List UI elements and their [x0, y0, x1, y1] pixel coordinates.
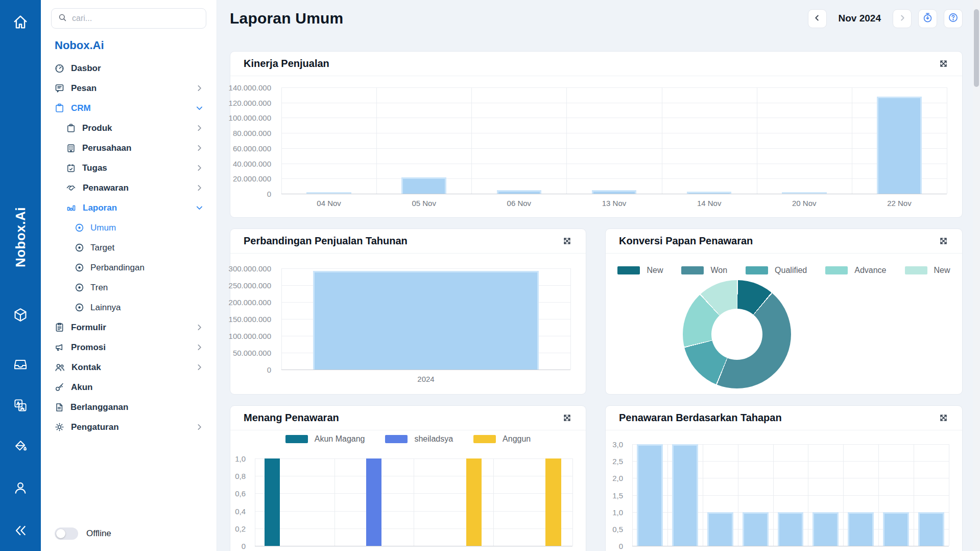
- collapse-sidebar-icon[interactable]: [12, 522, 29, 539]
- legend-item[interactable]: Anggun: [473, 434, 531, 444]
- expand-icon[interactable]: [561, 411, 573, 424]
- chevron-right-icon: [195, 124, 204, 132]
- sidebar-item-label: Formulir: [71, 323, 189, 333]
- sidebar-item-label: Umum: [90, 223, 204, 233]
- y-tick-label: 0,8: [235, 472, 246, 480]
- sidebar-item-produk[interactable]: Produk: [41, 118, 217, 138]
- legend-item[interactable]: Akun Magang: [285, 434, 365, 444]
- expand-icon[interactable]: [937, 411, 950, 424]
- sidebar-item-label: Akun: [71, 382, 204, 393]
- y-tick-label: 3,0: [612, 440, 623, 449]
- legend-label: Advance: [854, 266, 886, 275]
- sidebar-item-pesan[interactable]: Pesan: [41, 78, 217, 98]
- card-menang-penawaran: Menang Penawaran Akun MagangsheiladsyaAn…: [230, 405, 586, 551]
- x-tick-label: 22 Nov: [887, 199, 912, 208]
- legend-item[interactable]: New: [617, 266, 663, 275]
- next-period-button[interactable]: [893, 9, 912, 28]
- y-tick-label: 0,2: [235, 524, 246, 533]
- sidebar-item-penawaran[interactable]: Penawaran: [41, 178, 217, 198]
- bar: [687, 192, 731, 194]
- legend-item[interactable]: New: [905, 266, 950, 275]
- period-label: Nov 2024: [833, 13, 886, 24]
- kinerja-penjualan-chart: 140.000.000120.000.000100.000.00080.000.…: [236, 87, 947, 194]
- sidebar-item-perbandingan[interactable]: Perbandingan: [41, 258, 217, 278]
- sidebar-item-crm[interactable]: CRM: [41, 98, 217, 118]
- box-icon[interactable]: [12, 307, 29, 323]
- sidebar-item-umum[interactable]: Umum: [41, 218, 217, 238]
- offline-label: Offline: [86, 529, 111, 539]
- perbandingan-tahunan-chart: 300.000.000250.000.000200.000.000150.000…: [236, 268, 570, 370]
- sidebar-item-label: Pesan: [71, 83, 189, 94]
- timer-icon: [922, 12, 933, 25]
- sidebar-item-tugas[interactable]: Tugas: [41, 158, 217, 178]
- sidebar-item-target[interactable]: Target: [41, 238, 217, 258]
- y-tick-label: 0: [619, 542, 623, 550]
- y-tick-label: 50.000.000: [233, 349, 271, 357]
- expand-icon[interactable]: [561, 235, 573, 247]
- sidebar-item-label: Perusahaan: [82, 143, 189, 153]
- sidebar-item-laporan[interactable]: Laporan: [41, 198, 217, 218]
- sidebar-item-tren[interactable]: Tren: [41, 278, 217, 297]
- sidebar-item-pengaturan[interactable]: Pengaturan: [41, 417, 217, 437]
- y-tick-label: 0: [267, 365, 271, 374]
- sidebar-item-akun[interactable]: Akun: [41, 377, 217, 397]
- bar: [401, 177, 446, 194]
- chevron-right-icon: [195, 323, 204, 332]
- question-icon: [948, 12, 959, 25]
- sidebar-item-promosi[interactable]: Promosi: [41, 337, 217, 357]
- card-header: Penawaran Berdasarkan Tahapan: [606, 406, 962, 430]
- y-tick-label: 140.000.000: [229, 83, 271, 92]
- y-tick-label: 250.000.000: [229, 281, 271, 289]
- search-input[interactable]: [72, 14, 200, 23]
- sidebar-item-kontak[interactable]: Kontak: [41, 357, 217, 377]
- y-tick-label: 20.000.000: [233, 174, 271, 183]
- y-tick-label: 1,0: [612, 508, 623, 516]
- radio-icon: [75, 303, 84, 312]
- y-tick-label: 100.000.000: [229, 113, 271, 122]
- sidebar-item-formulir[interactable]: Formulir: [41, 317, 217, 337]
- sidebar-item-perusahaan[interactable]: Perusahaan: [41, 138, 217, 158]
- rail-brand: Nobox.Ai: [13, 207, 29, 307]
- card-kinerja-penjualan: Kinerja Penjualan 140.000.000120.000.000…: [230, 51, 963, 218]
- scrollbar-thumb[interactable]: [974, 9, 979, 87]
- expand-icon[interactable]: [937, 235, 950, 247]
- sidebar-item-berlangganan[interactable]: Berlangganan: [41, 397, 217, 417]
- translate-icon[interactable]: [13, 398, 28, 413]
- radio-icon: [75, 263, 84, 272]
- prev-period-button[interactable]: [808, 9, 827, 28]
- legend-item[interactable]: sheiladsya: [385, 434, 453, 444]
- legend-item[interactable]: Advance: [825, 266, 886, 275]
- help-button[interactable]: [944, 9, 963, 28]
- history-button[interactable]: [918, 9, 937, 28]
- y-tick-label: 200.000.000: [229, 297, 271, 306]
- form-icon: [54, 322, 65, 333]
- user-icon[interactable]: [12, 479, 29, 496]
- sidebar-item-dasbor[interactable]: Dasbor: [41, 58, 217, 78]
- legend-swatch: [285, 435, 308, 443]
- card-penawaran-berdasarkan-tahapan: Penawaran Berdasarkan Tahapan 3,02,52,01…: [605, 405, 963, 551]
- offline-toggle[interactable]: [55, 527, 78, 540]
- legend-label: sheiladsya: [414, 434, 453, 444]
- bar: [545, 458, 561, 546]
- card-title: Konversi Papan Penawaran: [619, 235, 937, 247]
- paint-drop-icon[interactable]: [13, 439, 28, 454]
- legend-item[interactable]: Won: [681, 266, 727, 275]
- main-content: Laporan Umum Nov 2024 Kinerja P: [217, 0, 973, 551]
- period-nav: Nov 2024: [808, 9, 963, 28]
- bar: [918, 512, 944, 546]
- expand-icon[interactable]: [937, 57, 950, 70]
- legend-label: Akun Magang: [315, 434, 365, 444]
- legend-item[interactable]: Qualified: [746, 266, 807, 275]
- gear-icon: [54, 422, 65, 432]
- sidebar-item-label: Lainnya: [90, 303, 204, 313]
- legend-label: Qualified: [775, 266, 807, 275]
- y-tick-label: 0: [267, 190, 271, 198]
- inbox-icon[interactable]: [13, 357, 28, 372]
- sidebar-item-lainnya[interactable]: Lainnya: [41, 297, 217, 317]
- y-tick-label: 2,5: [612, 457, 623, 466]
- home-icon[interactable]: [12, 13, 29, 31]
- y-tick-label: 80.000.000: [233, 129, 271, 137]
- chevron-down-icon: [195, 104, 204, 112]
- donut-ring: [683, 280, 791, 388]
- legend-swatch: [385, 435, 408, 443]
